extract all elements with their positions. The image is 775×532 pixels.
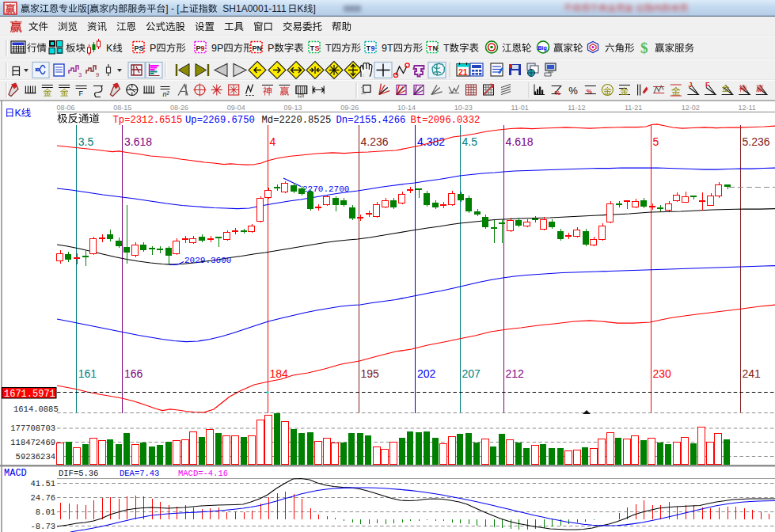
svg-text:n²: n² [163, 90, 170, 98]
svg-text:SH1A0001-111: SH1A0001-111 [222, 3, 287, 14]
svg-text:3.618: 3.618 [124, 135, 152, 148]
svg-text:J: J [688, 81, 692, 89]
svg-text:Up=2269.6750: Up=2269.6750 [185, 115, 255, 126]
svg-text:3: 3 [78, 71, 82, 78]
svg-text:08-26: 08-26 [170, 104, 188, 112]
svg-text:F: F [705, 81, 710, 89]
svg-text:T: T [325, 43, 332, 54]
svg-text:230: 230 [653, 367, 672, 380]
svg-text:11-01: 11-01 [511, 104, 529, 112]
svg-text:N: N [433, 44, 439, 52]
svg-text:207: 207 [462, 367, 481, 380]
svg-text:11-21: 11-21 [625, 104, 642, 112]
svg-text:K: K [15, 108, 22, 119]
svg-text:5.236: 5.236 [743, 135, 770, 148]
svg-text:9: 9 [371, 44, 375, 52]
svg-text:2029.3600: 2029.3600 [184, 256, 231, 265]
svg-text:]: ] [313, 3, 315, 14]
svg-text:8.01: 8.01 [36, 507, 55, 517]
svg-text:08-15: 08-15 [113, 104, 131, 112]
svg-text:24.76: 24.76 [31, 493, 56, 503]
svg-text:4.382: 4.382 [417, 135, 445, 148]
svg-text:Md=2220.8525: Md=2220.8525 [262, 115, 332, 126]
svg-text:K: K [106, 43, 113, 54]
svg-text:MACD=-4.16: MACD=-4.16 [178, 469, 228, 478]
svg-text:不得用于商业用途 仅限内部使用: 不得用于商业用途 仅限内部使用 [564, 3, 688, 13]
svg-text:] - [: ] - [ [165, 3, 180, 14]
svg-text:21: 21 [458, 67, 468, 77]
svg-text:08-06: 08-06 [57, 104, 75, 112]
svg-text:P: P [268, 43, 274, 54]
svg-text:%: % [568, 85, 578, 97]
svg-text:9: 9 [201, 44, 205, 52]
svg-text:DEA=7.43: DEA=7.43 [120, 469, 159, 478]
svg-text:K: K [297, 3, 303, 14]
svg-text:$: $ [640, 40, 648, 56]
svg-text:1671.5971: 1671.5971 [4, 389, 55, 400]
svg-text:4: 4 [270, 135, 276, 148]
svg-text:09-13: 09-13 [284, 104, 302, 112]
svg-text:10-23: 10-23 [454, 104, 473, 112]
svg-text:09-26: 09-26 [340, 104, 359, 112]
svg-text:1614.0885: 1614.0885 [13, 405, 59, 414]
svg-text:41.51: 41.51 [31, 479, 56, 488]
svg-text:S: S [139, 44, 144, 52]
svg-text:4.236: 4.236 [361, 135, 389, 148]
svg-text:10-14: 10-14 [397, 104, 416, 112]
svg-text:241: 241 [743, 367, 762, 380]
svg-text:Big: Big [538, 45, 547, 51]
svg-text:4.5: 4.5 [462, 135, 478, 148]
svg-text:P: P [150, 43, 156, 54]
svg-text:S: S [315, 44, 320, 52]
svg-text:Dn=2155.4266: Dn=2155.4266 [336, 115, 406, 126]
svg-text:9: 9 [96, 71, 99, 78]
svg-text:5: 5 [653, 135, 659, 148]
svg-text:177708703: 177708703 [10, 424, 55, 433]
svg-text:59236234: 59236234 [16, 452, 55, 462]
svg-text:T: T [443, 43, 450, 54]
svg-text:MACD: MACD [4, 468, 27, 479]
svg-text:166: 166 [124, 367, 143, 380]
svg-text:Tp=2312.6515: Tp=2312.6515 [113, 115, 183, 126]
svg-text:118472469: 118472469 [10, 438, 55, 447]
svg-text:F: F [79, 89, 84, 97]
svg-text:212: 212 [506, 367, 525, 380]
svg-text:9P: 9P [211, 43, 223, 54]
svg-text:123: 123 [298, 93, 305, 98]
svg-text:202: 202 [417, 367, 436, 380]
svg-text:3.5: 3.5 [78, 135, 94, 148]
svg-text:DIF=5.36: DIF=5.36 [59, 469, 98, 478]
svg-text:11-12: 11-12 [568, 104, 585, 112]
svg-text:195: 195 [361, 367, 380, 380]
svg-text:09-04: 09-04 [227, 104, 245, 112]
svg-text:9T: 9T [382, 43, 393, 54]
svg-text:4.618: 4.618 [506, 135, 534, 148]
svg-text:12-02: 12-02 [682, 104, 700, 112]
svg-text:%: % [555, 89, 560, 97]
svg-text:161: 161 [78, 367, 97, 380]
svg-text:N: N [257, 44, 263, 52]
svg-text:%: % [587, 88, 592, 95]
svg-text:-8.73: -8.73 [31, 522, 56, 531]
svg-text:12-11: 12-11 [739, 104, 756, 112]
svg-text:Bt=2096.0332: Bt=2096.0332 [411, 115, 481, 126]
